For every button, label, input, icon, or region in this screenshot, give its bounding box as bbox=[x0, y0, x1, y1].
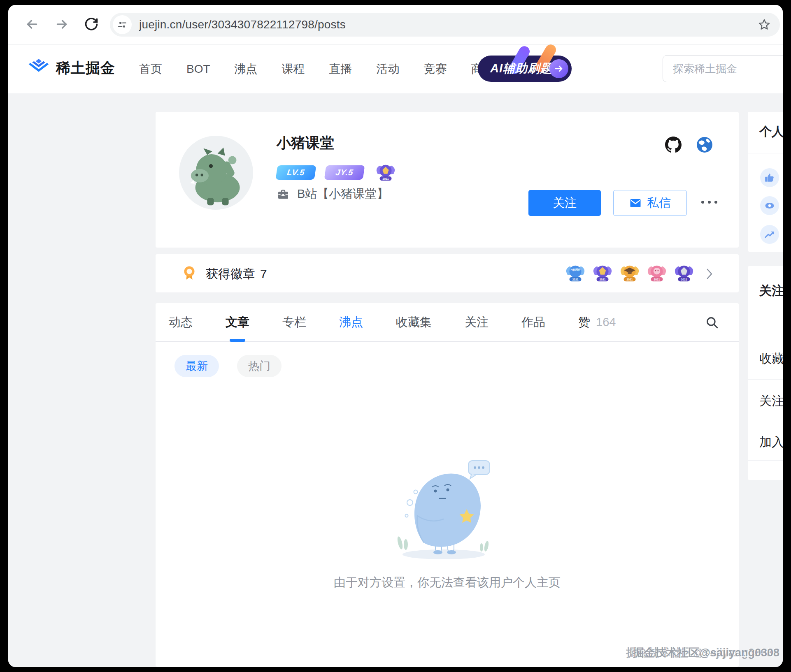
divider bbox=[748, 379, 783, 380]
svg-text:2021: 2021 bbox=[681, 278, 687, 281]
github-link[interactable] bbox=[665, 137, 682, 153]
tab-activity[interactable]: 动态 bbox=[169, 303, 193, 342]
browser-window: juejin.cn/user/3034307822112798/posts 稀土… bbox=[8, 5, 783, 667]
divider bbox=[748, 460, 783, 461]
sidebar-row-joined[interactable]: 加入于 bbox=[759, 434, 783, 451]
boar-avatar-illustration bbox=[179, 136, 253, 210]
svg-text:2021: 2021 bbox=[572, 278, 578, 281]
divider bbox=[748, 153, 783, 153]
filter-hot[interactable]: 热门 bbox=[237, 355, 282, 377]
ai-practice-label: AI辅助刷题 bbox=[490, 60, 552, 77]
badge-silver-pen-2021-icon: 2021 bbox=[672, 261, 696, 285]
profile-card: 小猪课堂 LV.5 JY.5 2021 bbox=[156, 112, 739, 248]
tab-columns[interactable]: 专栏 bbox=[282, 303, 306, 342]
browser-toolbar: juejin.cn/user/3034307822112798/posts bbox=[8, 5, 783, 44]
more-actions-button[interactable] bbox=[701, 201, 717, 204]
svg-text:2021: 2021 bbox=[382, 177, 389, 180]
reload-button[interactable] bbox=[83, 16, 100, 33]
url-text[interactable]: juejin.cn/user/3034307822112798/posts bbox=[139, 18, 758, 31]
following-title[interactable]: 关注了 bbox=[759, 283, 783, 299]
achievements-title: 个人成就 bbox=[759, 123, 783, 140]
badge-icons: 与你同行 2021 2021 2021 bbox=[563, 261, 696, 285]
juejin-logo-icon bbox=[28, 59, 49, 78]
github-icon bbox=[665, 137, 682, 153]
tab-pins[interactable]: 沸点 bbox=[339, 303, 363, 342]
user-badges: LV.5 JY.5 2021 bbox=[277, 160, 398, 184]
search-icon bbox=[705, 315, 719, 329]
message-button-label: 私信 bbox=[647, 195, 671, 211]
tab-search-button[interactable] bbox=[705, 315, 719, 331]
user-job: B站【小猪课堂】 bbox=[277, 186, 389, 202]
empty-state-message: 由于对方设置，你无法查看该用户个人主页 bbox=[156, 575, 739, 591]
back-button[interactable] bbox=[24, 16, 40, 33]
globe-icon bbox=[696, 137, 713, 153]
eye-icon bbox=[764, 200, 775, 211]
tab-following[interactable]: 关注 bbox=[465, 303, 489, 342]
profile-tabs-card: 动态 文章 专栏 沸点 收藏集 关注 作品 赞 164 最新 bbox=[156, 303, 739, 667]
svg-text:2021: 2021 bbox=[654, 278, 660, 281]
badge-graduation-cap-2021-icon: 2021 bbox=[618, 261, 642, 285]
user-job-text: B站【小猪课堂】 bbox=[297, 186, 389, 202]
site-settings-icon bbox=[117, 19, 128, 30]
search-input[interactable] bbox=[663, 56, 783, 82]
message-button[interactable]: 私信 bbox=[613, 190, 687, 216]
bookmark-star-icon bbox=[758, 18, 771, 31]
nav-item-courses[interactable]: 课程 bbox=[282, 61, 305, 77]
achievements-card: 个人成就 bbox=[748, 112, 783, 252]
chevron-right-icon[interactable] bbox=[706, 268, 713, 281]
main-menu: 首页 BOT 沸点 课程 直播 活动 竞赛 商城 bbox=[139, 44, 494, 93]
briefcase-icon bbox=[277, 188, 290, 201]
tab-works[interactable]: 作品 bbox=[521, 303, 545, 342]
back-arrow-icon bbox=[25, 17, 40, 32]
badges-label: 获得徽章7 bbox=[206, 266, 267, 283]
site-header: 稀土掘金 首页 BOT 沸点 课程 直播 活动 竞赛 商城 AI辅助刷题 bbox=[8, 44, 783, 93]
logo-text: 稀土掘金 bbox=[56, 58, 115, 78]
sidebar-row-followed-tags[interactable]: 关注标签 bbox=[759, 393, 783, 410]
svg-text:与你同行: 与你同行 bbox=[570, 268, 581, 271]
user-name: 小猪课堂 bbox=[277, 133, 334, 153]
nav-item-bot[interactable]: BOT bbox=[186, 63, 210, 76]
trending-up-icon bbox=[764, 229, 775, 240]
medal-icon bbox=[181, 265, 198, 283]
website-link[interactable] bbox=[696, 137, 713, 153]
forward-button[interactable] bbox=[54, 16, 70, 33]
trend-stat-icon bbox=[760, 225, 779, 244]
sort-filters: 最新 热门 bbox=[174, 355, 282, 377]
filter-latest[interactable]: 最新 bbox=[174, 355, 219, 377]
badge-gold-pen-2021-icon: 2021 bbox=[591, 261, 614, 285]
active-tab-underline bbox=[230, 339, 245, 342]
tab-likes[interactable]: 赞 164 bbox=[578, 303, 616, 342]
level-badge[interactable]: LV.5 bbox=[276, 165, 316, 180]
likes-stat-icon bbox=[760, 168, 779, 187]
badge-pink-mascot-2021-icon: 2021 bbox=[645, 261, 669, 285]
creator-2021-badge-icon[interactable]: 2021 bbox=[374, 160, 398, 184]
nav-item-live[interactable]: 直播 bbox=[329, 61, 352, 77]
follow-button[interactable]: 关注 bbox=[528, 190, 601, 216]
svg-text:2021: 2021 bbox=[626, 278, 633, 281]
site-info-button[interactable] bbox=[113, 15, 132, 34]
nav-item-contests[interactable]: 竞赛 bbox=[424, 61, 447, 77]
tab-articles[interactable]: 文章 bbox=[226, 303, 249, 342]
ai-practice-button[interactable]: AI辅助刷题 bbox=[478, 56, 572, 82]
nav-item-home[interactable]: 首页 bbox=[139, 61, 162, 77]
envelope-icon bbox=[629, 197, 642, 209]
juejin-logo[interactable]: 稀土掘金 bbox=[28, 58, 115, 78]
arrow-right-icon bbox=[549, 59, 568, 78]
views-stat-icon bbox=[760, 196, 779, 215]
tab-collections[interactable]: 收藏集 bbox=[396, 303, 432, 342]
sidebar-row-collections[interactable]: 收藏集 bbox=[759, 350, 783, 367]
empty-state-illustration bbox=[386, 439, 501, 568]
url-bar[interactable]: juejin.cn/user/3034307822112798/posts bbox=[110, 13, 780, 37]
forward-arrow-icon bbox=[54, 17, 69, 32]
badges-count: 7 bbox=[260, 267, 267, 280]
jy-badge[interactable]: JY.5 bbox=[324, 165, 365, 180]
bookmark-button[interactable] bbox=[758, 18, 771, 31]
nav-item-events[interactable]: 活动 bbox=[377, 61, 400, 77]
thumbs-up-icon bbox=[764, 172, 775, 183]
avatar[interactable] bbox=[179, 136, 253, 210]
nav-item-pins[interactable]: 沸点 bbox=[235, 61, 258, 77]
likes-count: 164 bbox=[596, 315, 616, 329]
badge-tongxing-2021-icon: 与你同行 2021 bbox=[563, 261, 587, 285]
stats-card: 关注了 收藏集 关注标签 加入于 bbox=[748, 266, 783, 480]
site-search bbox=[663, 55, 783, 82]
